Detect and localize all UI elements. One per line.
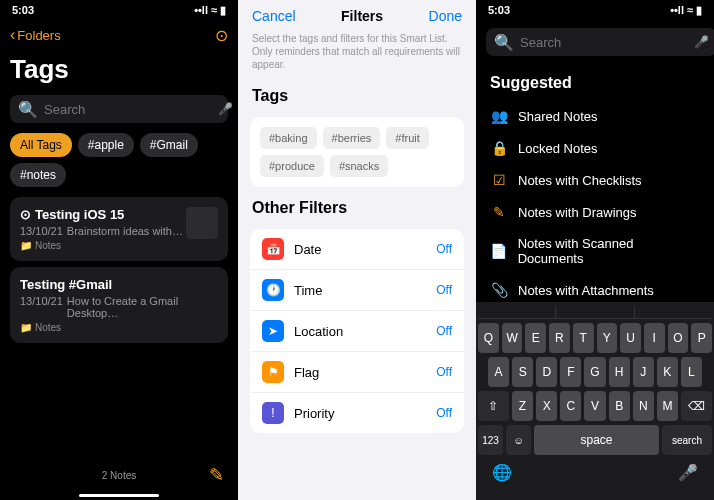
section-title: Suggested xyxy=(476,64,714,100)
done-button[interactable]: Done xyxy=(429,8,462,24)
suggestion-row[interactable]: 👥Shared Notes xyxy=(476,100,714,132)
letter-key[interactable]: C xyxy=(560,391,581,421)
people-icon: 👥 xyxy=(490,108,508,124)
page-title: Tags xyxy=(0,50,238,95)
tag-chip[interactable]: #snacks xyxy=(330,155,388,177)
search-key[interactable]: search xyxy=(662,425,712,455)
tag-chip[interactable]: #produce xyxy=(260,155,324,177)
letter-key[interactable]: O xyxy=(668,323,689,353)
checklist-icon: ☑ xyxy=(490,172,508,188)
drawing-icon: ✎ xyxy=(490,204,508,220)
tag-chip[interactable]: #baking xyxy=(260,127,317,149)
search-input[interactable]: 🔍 🎤 xyxy=(10,95,228,123)
cancel-button[interactable]: Cancel xyxy=(252,8,296,24)
letter-key[interactable]: P xyxy=(691,323,712,353)
letter-key[interactable]: W xyxy=(502,323,523,353)
attachment-icon: 📎 xyxy=(490,282,508,298)
keyboard: QWERTYUIOP ASDFGHJKL ⇧ ZXCVBNM ⌫ 123 ☺ s… xyxy=(476,302,714,500)
letter-key[interactable]: V xyxy=(584,391,605,421)
numbers-key[interactable]: 123 xyxy=(478,425,503,455)
more-button[interactable]: ⊙ xyxy=(215,26,228,45)
section-title: Other Filters xyxy=(238,193,476,223)
location-icon: ➤ xyxy=(262,320,284,342)
emoji-key[interactable]: ☺ xyxy=(506,425,531,455)
compose-button[interactable]: ✎ xyxy=(209,464,224,486)
suggestion-row[interactable]: ✎Notes with Drawings xyxy=(476,196,714,228)
suggestion-row[interactable]: 📄Notes with Scanned Documents xyxy=(476,228,714,274)
priority-icon: ! xyxy=(262,402,284,424)
tag-chip[interactable]: #notes xyxy=(10,163,66,187)
search-input[interactable]: 🔍 🎤 xyxy=(486,28,714,56)
letter-key[interactable]: G xyxy=(584,357,605,387)
letter-key[interactable]: T xyxy=(573,323,594,353)
letter-key[interactable]: A xyxy=(488,357,509,387)
globe-icon[interactable]: 🌐 xyxy=(492,463,512,482)
letter-key[interactable]: N xyxy=(633,391,654,421)
letter-key[interactable]: H xyxy=(609,357,630,387)
shift-key[interactable]: ⇧ xyxy=(478,391,509,421)
section-title: Tags xyxy=(238,81,476,111)
prediction[interactable] xyxy=(478,306,556,318)
folder-icon: 📁 xyxy=(20,240,32,251)
letter-key[interactable]: Z xyxy=(512,391,533,421)
note-card[interactable]: ⊙Testing iOS 15 13/10/21Brainstorm ideas… xyxy=(10,197,228,261)
modal-title: Filters xyxy=(341,8,383,24)
calendar-icon: 📅 xyxy=(262,238,284,260)
suggestion-row[interactable]: ☑Notes with Checklists xyxy=(476,164,714,196)
tag-chip[interactable]: #berries xyxy=(323,127,381,149)
tag-chip[interactable]: #fruit xyxy=(386,127,428,149)
filter-date[interactable]: 📅DateOff xyxy=(250,229,464,270)
filter-time[interactable]: 🕐TimeOff xyxy=(250,270,464,311)
suggestion-row[interactable]: 🔒Locked Notes xyxy=(476,132,714,164)
flag-icon: ⚑ xyxy=(262,361,284,383)
prediction[interactable] xyxy=(635,306,712,318)
delete-key[interactable]: ⌫ xyxy=(681,391,712,421)
letter-key[interactable]: K xyxy=(657,357,678,387)
note-card[interactable]: Testing #Gmail 13/10/21How to Create a G… xyxy=(10,267,228,343)
search-icon: 🔍 xyxy=(494,33,514,52)
clock-icon: 🕐 xyxy=(262,279,284,301)
note-count: 2 Notes xyxy=(0,450,238,500)
status-bar: 5:03 ••ll≈▮ xyxy=(476,0,714,20)
letter-key[interactable]: B xyxy=(609,391,630,421)
hint-text: Select the tags and filters for this Sma… xyxy=(238,32,476,81)
prediction[interactable] xyxy=(556,306,634,318)
letter-key[interactable]: R xyxy=(549,323,570,353)
letter-key[interactable]: D xyxy=(536,357,557,387)
letter-key[interactable]: J xyxy=(633,357,654,387)
letter-key[interactable]: M xyxy=(657,391,678,421)
tag-chip[interactable]: #apple xyxy=(78,133,134,157)
search-icon: 🔍 xyxy=(18,100,38,119)
letter-key[interactable]: U xyxy=(620,323,641,353)
filter-location[interactable]: ➤LocationOff xyxy=(250,311,464,352)
space-key[interactable]: space xyxy=(534,425,659,455)
home-indicator[interactable] xyxy=(79,494,159,497)
letter-key[interactable]: S xyxy=(512,357,533,387)
letter-key[interactable]: F xyxy=(560,357,581,387)
letter-key[interactable]: I xyxy=(644,323,665,353)
status-bar: 5:03 ••ll≈▮ xyxy=(0,0,238,20)
filter-priority[interactable]: !PriorityOff xyxy=(250,393,464,433)
tag-chip[interactable]: #Gmail xyxy=(140,133,198,157)
letter-key[interactable]: L xyxy=(681,357,702,387)
filter-flag[interactable]: ⚑FlagOff xyxy=(250,352,464,393)
mic-icon[interactable]: 🎤 xyxy=(218,102,233,116)
tag-chip[interactable]: All Tags xyxy=(10,133,72,157)
pin-icon: ⊙ xyxy=(20,207,31,222)
dictation-icon[interactable]: 🎤 xyxy=(678,463,698,482)
folder-icon: 📁 xyxy=(20,322,32,333)
letter-key[interactable]: Q xyxy=(478,323,499,353)
document-icon: 📄 xyxy=(490,243,508,259)
mic-icon[interactable]: 🎤 xyxy=(694,35,709,49)
back-button[interactable]: ‹Folders xyxy=(10,26,61,44)
letter-key[interactable]: E xyxy=(525,323,546,353)
letter-key[interactable]: Y xyxy=(597,323,618,353)
tags-row: All Tags #apple #Gmail #notes xyxy=(0,123,238,197)
chevron-left-icon: ‹ xyxy=(10,26,15,44)
note-thumbnail xyxy=(186,207,218,239)
letter-key[interactable]: X xyxy=(536,391,557,421)
lock-icon: 🔒 xyxy=(490,140,508,156)
